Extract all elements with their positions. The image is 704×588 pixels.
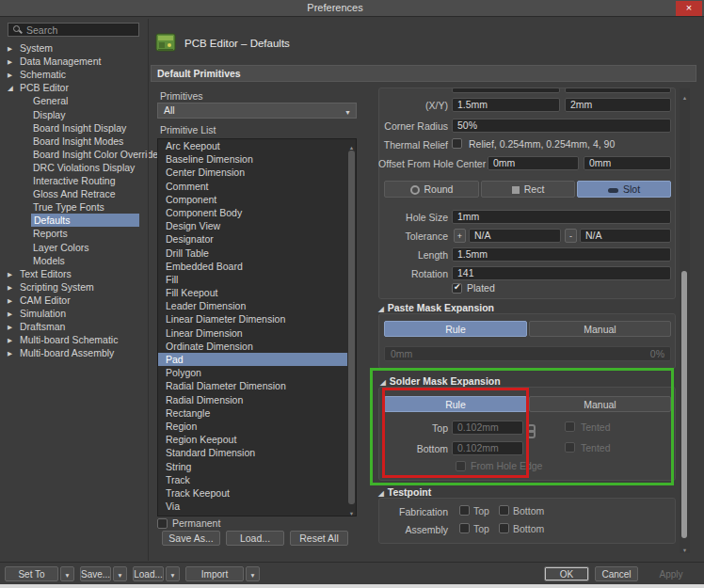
offset-y-field[interactable]: 0mm [584,156,671,170]
primitive-list-item-fill[interactable]: Fill [158,273,356,286]
primitive-list-item-radial-diameter-dimension[interactable]: Radial Diameter Dimension [158,379,356,392]
collapsed-icon[interactable] [8,346,17,358]
footer-save-dropdown[interactable] [113,566,127,581]
primitive-list-item-comment[interactable]: Comment [158,180,356,193]
sidebar-item-gloss-and-retrace[interactable]: Gloss And Retrace [0,187,145,200]
primitive-list-item-pad[interactable]: Pad [158,353,356,366]
primitive-list-item-drill-table[interactable]: Drill Table [158,246,356,260]
primitive-list-item-polygon[interactable]: Polygon [158,366,356,379]
primitive-list-item-linear-dimension[interactable]: Linear Dimension [158,326,356,340]
load-button[interactable]: Load... [226,531,284,546]
primitive-list-item-track-keepout[interactable]: Track Keepout [158,486,356,500]
tolerance-minus-button[interactable]: - [565,229,577,243]
sidebar-item-general[interactable]: General [0,94,145,107]
sidebar-item-defaults[interactable]: Defaults [0,214,145,227]
length-field[interactable]: 1.5mm [452,247,671,262]
testpoint-section-header[interactable]: Testpoint [378,486,431,498]
primitive-list-item-string[interactable]: String [158,460,356,473]
scroll-up-icon[interactable] [680,90,689,102]
collapsed-icon[interactable] [8,320,17,331]
import-from-button[interactable]: Import From... [185,566,244,581]
paste-mask-section-header[interactable]: Paste Mask Expansion [378,302,494,313]
expanded-icon[interactable] [8,81,17,92]
sidebar-item-data-management[interactable]: Data Management [0,55,145,68]
set-to-defaults-button[interactable]: Set To Defaults [5,566,58,581]
primitive-list-item-component-body[interactable]: Component Body [158,206,356,219]
search-input[interactable]: Search [8,23,139,37]
collapsed-icon[interactable] [8,41,17,53]
collapsed-icon[interactable] [8,280,17,292]
primitives-filter-dropdown[interactable]: All [157,103,357,119]
sidebar-item-true-type-fonts[interactable]: True Type Fonts [0,200,145,214]
primitive-list-item-center-dimension[interactable]: Center Dimension [158,166,356,179]
thermal-relief-checkbox[interactable] [452,138,462,149]
solder-mask-tab-rule[interactable]: Rule [384,396,527,412]
primitive-list-item-baseline-dimension[interactable]: Baseline Dimension [158,152,356,166]
shape-tab-rect[interactable]: Rect [481,181,575,198]
paste-mask-tab-rule[interactable]: Rule [384,321,527,337]
solder-mask-section-header[interactable]: Solder Mask Expansion [380,375,501,387]
sidebar-item-multi-board-assembly[interactable]: Multi-board Assembly [0,346,145,359]
sidebar-item-text-editors[interactable]: Text Editors [0,267,145,280]
tolerance-minus-field[interactable]: N/A [580,229,671,243]
hole-size-field[interactable]: 1mm [452,210,671,224]
tolerance-plus-field[interactable]: N/A [469,229,561,243]
plated-checkbox[interactable] [452,283,462,294]
fabrication-bottom-checkbox[interactable] [499,505,509,516]
sidebar-item-interactive-routing[interactable]: Interactive Routing [0,174,145,187]
set-to-defaults-dropdown[interactable] [60,566,74,581]
sidebar-item-cam-editor[interactable]: CAM Editor [0,294,145,307]
primitive-list-item-via[interactable]: Via [158,500,356,513]
fabrication-top-checkbox[interactable] [459,505,470,516]
sidebar-item-system[interactable]: System [0,41,145,55]
solder-mask-tab-manual[interactable]: Manual [529,396,671,412]
link-values-icon[interactable] [527,424,536,438]
primitive-list-item-rectangle[interactable]: Rectangle [158,406,356,420]
primitive-list-item-track[interactable]: Track [158,473,356,486]
reset-all-button[interactable]: Reset All [290,531,348,546]
primitive-list-item-design-view[interactable]: Design View [158,219,356,232]
sidebar-item-models[interactable]: Models [0,254,145,267]
rotation-field[interactable]: 141 [452,266,671,280]
scroll-down-icon[interactable] [680,543,689,554]
solder-top-field[interactable]: 0.102mm [452,421,523,435]
collapsed-icon[interactable] [8,294,17,305]
permanent-checkbox[interactable] [157,518,168,529]
collapsed-icon[interactable] [8,307,17,318]
sidebar-item-board-insight-modes[interactable]: Board Insight Modes [0,135,145,148]
corner-radius-field[interactable]: 50% [452,119,671,133]
scroll-down-icon[interactable] [347,506,356,517]
primitive-list-item-embedded-board[interactable]: Embedded Board [158,260,356,273]
primitive-list-item-leader-dimension[interactable]: Leader Dimension [158,299,356,312]
sidebar-item-drc-violations-display[interactable]: DRC Violations Display [0,161,145,174]
primitive-list-item-linear-diameter-dimension[interactable]: Linear Diameter Dimension [158,312,356,326]
primitive-list-item-radial-dimension[interactable]: Radial Dimension [158,393,356,406]
sidebar-item-pcb-editor[interactable]: PCB Editor [0,81,145,94]
tented-top-checkbox[interactable] [565,421,575,432]
primitive-list-item-ordinate-dimension[interactable]: Ordinate Dimension [158,340,356,353]
tolerance-plus-button[interactable]: + [454,229,466,243]
save-as-button[interactable]: Save As... [162,531,220,546]
sidebar-item-board-insight-display[interactable]: Board Insight Display [0,121,145,135]
primitive-list-scroll-thumb[interactable] [348,151,355,504]
sidebar-item-simulation[interactable]: Simulation [0,307,145,320]
primitive-list-item-region[interactable]: Region [158,420,356,433]
sidebar-item-layer-colors[interactable]: Layer Colors [0,241,145,254]
right-panel-scroll-thumb[interactable] [681,271,687,538]
sidebar-item-board-insight-color-overrides[interactable]: Board Insight Color Overrides [0,148,145,161]
assembly-top-checkbox[interactable] [459,523,470,533]
shape-tab-slot[interactable]: Slot [577,181,671,198]
ok-button[interactable]: OK [544,566,589,581]
primitive-list-item-standard-dimension[interactable]: Standard Dimension [158,446,356,459]
sidebar-item-schematic[interactable]: Schematic [0,68,145,81]
collapsed-icon[interactable] [8,267,17,278]
close-button[interactable]: × [676,1,702,16]
tented-bottom-checkbox[interactable] [565,442,575,453]
collapsed-icon[interactable] [8,333,17,344]
primitive-list-item-region-keepout[interactable]: Region Keepout [158,433,356,446]
primitive-list-item-fill-keepout[interactable]: Fill Keepout [158,286,356,299]
collapsed-icon[interactable] [8,68,17,79]
size-x-field[interactable]: 1.5mm [452,98,560,112]
footer-load-dropdown[interactable] [166,566,180,581]
shape-tab-round[interactable]: Round [384,181,479,198]
